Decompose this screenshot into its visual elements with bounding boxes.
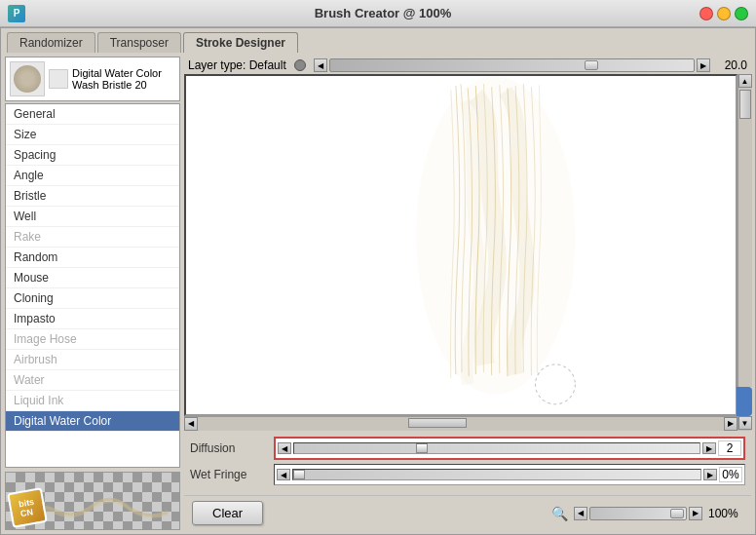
wet-fringe-slider-box: ◀ ▶ 0% [274,464,745,485]
wet-fringe-right-btn[interactable]: ▶ [703,469,717,480]
layer-type-label: Layer type: Default [188,58,286,72]
main-window: Randomizer Transposer Stroke Designer Di… [0,27,756,535]
layer-slider-right-btn[interactable]: ▶ [697,58,710,72]
brush-stroke-preview: bitsCN [5,472,180,530]
wet-fringe-slider-thumb[interactable] [293,470,305,479]
tabs-row: Randomizer Transposer Stroke Designer [1,28,755,53]
wet-fringe-value: 0% [719,467,742,482]
diffusion-label: Diffusion [190,441,268,455]
scroll-v-down-btn[interactable]: ▼ [738,416,752,430]
category-bristle[interactable]: Bristle [6,186,179,207]
category-water: Water [6,370,179,391]
layer-slider-left-btn[interactable]: ◀ [314,58,327,72]
diffusion-slider-thumb[interactable] [416,443,428,453]
tab-transposer[interactable]: Transposer [97,32,181,53]
diffusion-left-btn[interactable]: ◀ [278,442,291,454]
diffusion-right-btn[interactable]: ▶ [702,442,716,454]
maximize-button[interactable] [735,7,748,20]
scroll-h-thumb[interactable] [408,418,467,428]
bottom-bar: Clear 🔍 ◀ ▶ 100% [184,495,751,530]
brush-preview-small [49,69,68,89]
svg-point-1 [416,76,575,395]
layer-slider-container: ◀ ▶ [314,58,710,72]
svg-point-0 [536,364,576,404]
layer-slider-thumb[interactable] [585,60,598,70]
wet-fringe-label: Wet Fringe [190,468,268,481]
category-cloning[interactable]: Cloning [6,288,179,309]
brush-name-area: Digital Water Color Wash Bristle 20 [72,67,162,91]
title-bar: P Brush Creator @ 100% [0,0,756,27]
category-size[interactable]: Size [6,125,179,145]
canvas-and-scrollbar: ◀ ▶ [184,74,737,430]
brush-category-name: Digital Water Color [72,67,162,79]
diffusion-row: Diffusion ◀ ▶ 2 [190,437,745,460]
brush-variant-name: Wash Bristle 20 [72,79,162,91]
vertical-scrollbar: ▲ ▼ [737,74,751,430]
layer-slider-track[interactable] [329,58,695,72]
zoom-slider-thumb[interactable] [670,509,684,518]
tab-stroke-designer[interactable]: Stroke Designer [183,32,298,53]
zoom-slider-track[interactable] [589,507,687,520]
clear-button[interactable]: Clear [192,501,263,525]
category-liquid-ink: Liquid Ink [6,391,179,411]
category-digital-water-color[interactable]: Digital Water Color [6,411,179,432]
scroll-h-track[interactable] [198,417,724,431]
category-impasto[interactable]: Impasto [6,309,179,329]
canvas-wrapper: ◀ ▶ ▲ ▼ [184,74,751,430]
diffusion-slider-track[interactable] [293,442,700,454]
category-rake: Rake [6,227,179,248]
wet-fringe-slider-track[interactable] [292,469,701,480]
window-title: Brush Creator @ 100% [66,6,699,20]
side-handle[interactable] [737,387,752,416]
params-panel: Diffusion ◀ ▶ 2 Wet Fringe [184,430,751,495]
layer-value: 20.0 [718,58,747,72]
window-controls [699,7,748,20]
category-spacing[interactable]: Spacing [6,145,179,166]
layer-dot [294,59,306,71]
scroll-v-up-btn[interactable]: ▲ [738,74,752,88]
category-well[interactable]: Well [6,207,179,227]
wet-fringe-row: Wet Fringe ◀ ▶ 0% [190,464,745,485]
brush-preview-large [10,61,45,96]
zoom-slider-right-btn[interactable]: ▶ [689,507,702,520]
content-area: Digital Water Color Wash Bristle 20 Gene… [1,53,755,534]
category-angle[interactable]: Angle [6,166,179,186]
scroll-v-thumb[interactable] [739,90,751,119]
diffusion-value: 2 [718,440,741,456]
category-random[interactable]: Random [6,248,179,268]
horizontal-scrollbar: ◀ ▶ [184,416,737,430]
right-panel: Layer type: Default ◀ ▶ 20.0 [184,57,751,530]
category-list: General Size Spacing Angle Bristle Well … [5,103,180,468]
brush-stroke-canvas [186,76,736,414]
category-image-hose: Image Hose [6,329,179,350]
wet-fringe-left-btn[interactable]: ◀ [277,469,290,480]
category-general[interactable]: General [6,104,179,125]
category-mouse[interactable]: Mouse [6,268,179,288]
close-button[interactable] [699,7,713,20]
brush-preview-swatch [14,65,41,93]
tab-randomizer[interactable]: Randomizer [7,32,95,53]
diffusion-slider-box: ◀ ▶ 2 [274,437,745,460]
zoom-area: 🔍 ◀ ▶ 100% [551,506,743,521]
zoom-icon: 🔍 [551,506,568,521]
scroll-h-right-btn[interactable]: ▶ [724,417,737,431]
canvas-area[interactable] [184,74,737,416]
category-airbrush: Airbrush [6,350,179,370]
zoom-value: 100% [708,507,743,520]
brush-info: Digital Water Color Wash Bristle 20 [5,57,180,101]
left-panel: Digital Water Color Wash Bristle 20 Gene… [5,57,180,530]
layer-bar: Layer type: Default ◀ ▶ 20.0 [184,57,751,74]
zoom-slider-left-btn[interactable]: ◀ [574,507,587,520]
minimize-button[interactable] [717,7,731,20]
scroll-v-track[interactable] [738,88,752,387]
logo-area: bitsCN [10,490,45,525]
scroll-h-left-btn[interactable]: ◀ [184,417,198,431]
